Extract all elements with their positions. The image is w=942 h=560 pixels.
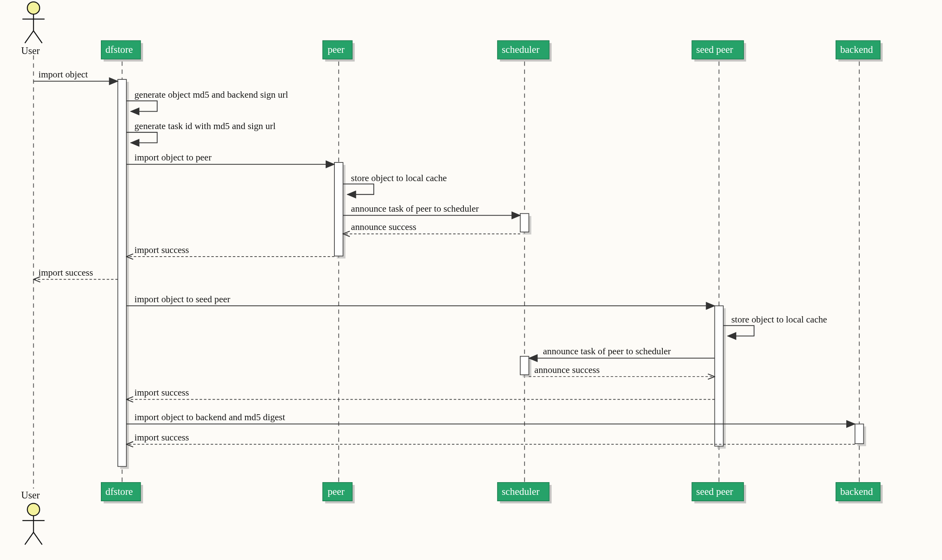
svg-rect-23 xyxy=(334,162,343,256)
participant-backend-bot: backend xyxy=(836,483,883,504)
sequence-diagram: User dfstore peer scheduler seed peer ba… xyxy=(0,0,942,560)
msg-import-success-3: import success xyxy=(134,432,189,442)
actor-user-top: User xyxy=(21,2,44,56)
actor-user-bot: User xyxy=(21,490,44,545)
svg-text:peer: peer xyxy=(328,486,345,497)
svg-text:seed peer: seed peer xyxy=(696,486,734,497)
svg-rect-29 xyxy=(520,356,529,375)
activation-dfstore xyxy=(118,79,129,469)
msg-import-backend: import object to backend and md5 digest xyxy=(134,412,285,422)
svg-text:backend: backend xyxy=(840,44,873,55)
msg-announce-success-2: announce success xyxy=(535,365,600,375)
msg-import-object: import object xyxy=(39,69,88,79)
participant-scheduler-bot: scheduler xyxy=(498,483,552,504)
participant-backend-top: backend xyxy=(836,41,883,62)
svg-point-59 xyxy=(27,503,40,516)
svg-line-62 xyxy=(25,532,34,545)
msg-import-success-user: import success xyxy=(39,267,93,278)
participant-seedpeer-top: seed peer xyxy=(692,41,746,62)
msg-import-success-1: import success xyxy=(134,245,189,255)
svg-text:dfstore: dfstore xyxy=(106,44,133,55)
svg-text:scheduler: scheduler xyxy=(502,44,540,55)
svg-rect-21 xyxy=(118,79,127,467)
svg-rect-27 xyxy=(715,306,724,446)
msg-import-to-seedpeer: import object to seed peer xyxy=(134,294,230,304)
svg-rect-31 xyxy=(855,424,864,444)
svg-line-3 xyxy=(25,31,34,43)
msg-import-to-peer: import object to peer xyxy=(134,152,211,162)
svg-rect-25 xyxy=(520,214,529,232)
actor-user-bot-label: User xyxy=(21,490,40,500)
msg-announce-success-1: announce success xyxy=(351,222,417,232)
svg-text:peer: peer xyxy=(328,44,345,55)
svg-point-0 xyxy=(27,2,40,14)
participant-dfstore-top: dfstore xyxy=(101,41,143,62)
activation-backend xyxy=(855,424,866,446)
msg-announce-2: announce task of peer to scheduler xyxy=(543,346,671,356)
msg-announce-1: announce task of peer to scheduler xyxy=(351,203,479,214)
actor-user-top-label: User xyxy=(21,45,40,56)
activation-peer xyxy=(334,162,346,259)
msg-import-success-2: import success xyxy=(134,387,189,398)
svg-line-4 xyxy=(33,31,42,43)
svg-text:seed peer: seed peer xyxy=(696,44,734,55)
participant-dfstore-bot: dfstore xyxy=(101,483,143,504)
svg-text:scheduler: scheduler xyxy=(502,486,540,497)
participant-seedpeer-bot: seed peer xyxy=(692,483,746,504)
msg-store-cache-1: store object to local cache xyxy=(351,173,447,183)
participant-peer-top: peer xyxy=(323,41,355,62)
msg-gen-taskid: generate task id with md5 and sign url xyxy=(134,121,276,131)
svg-text:dfstore: dfstore xyxy=(106,486,133,497)
svg-text:backend: backend xyxy=(840,486,873,497)
activation-scheduler-2 xyxy=(520,356,531,377)
participant-scheduler-top: scheduler xyxy=(498,41,552,62)
activation-seedpeer xyxy=(715,306,726,448)
msg-gen-md5: generate object md5 and backend sign url xyxy=(134,89,288,100)
msg-store-cache-2: store object to local cache xyxy=(731,314,827,324)
participant-peer-bot: peer xyxy=(323,483,355,504)
activation-scheduler-1 xyxy=(520,214,531,235)
svg-line-63 xyxy=(33,532,42,545)
